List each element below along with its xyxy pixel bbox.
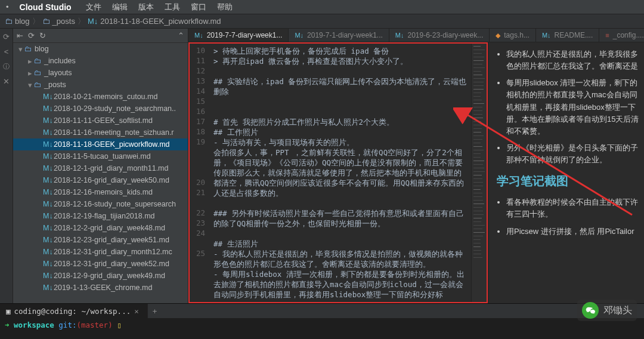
file-row[interactable]: M↓2018-12-16-study_note_supersearch: [13, 198, 188, 210]
tree-label: 2018-12-2-grid_diary_week48.md: [54, 224, 165, 232]
wechat-icon: [582, 302, 599, 319]
twisty-icon: ▾: [26, 81, 33, 90]
file-row[interactable]: M↓2018-12-23-grid_diary_week51.md: [13, 234, 188, 246]
file-row[interactable]: M↓2018-11-16-meeting_note_sizhuan.r: [13, 127, 188, 138]
activity-sync-icon[interactable]: ⟳: [3, 32, 10, 41]
activity-x-icon[interactable]: ✕: [3, 77, 10, 86]
tree-label: 2018-12-23-grid_diary_week51.md: [54, 236, 169, 244]
file-row[interactable]: M↓2018-12-2-grid_diary_week48.md: [13, 222, 188, 234]
code-content[interactable]: > 待晚上回家把手机备份，备份完成后 ipad 备份> 再开启ipad 微云备份…: [210, 44, 471, 302]
file-row[interactable]: M↓2018-12-1-grid_diary_month11.md: [13, 162, 188, 174]
refresh-icon[interactable]: ↻: [39, 31, 46, 40]
folder-row[interactable]: ▸🗀_includes: [13, 55, 188, 67]
tab-label: 2019-6-23-diary-week...: [407, 31, 483, 39]
tab-label: tags.h...: [504, 31, 530, 39]
tab-label: README....: [555, 31, 593, 39]
html-icon: ◆: [496, 32, 500, 39]
editor-tab[interactable]: M↓2019-6-23-diary-week...: [389, 29, 490, 42]
editor-tab[interactable]: M↓2019-7-1-diary-week1...: [289, 29, 389, 42]
hide-sidebar-icon[interactable]: ⇤: [17, 31, 23, 40]
markdown-icon: M↓: [43, 212, 51, 220]
tab-label: 2019-7-1-diary-week1...: [307, 31, 383, 39]
tree-label: _layouts: [44, 69, 72, 77]
markdown-icon: M↓: [43, 140, 51, 149]
terminal-body[interactable]: ➜ workspace git:(master) ▯: [0, 318, 644, 332]
activity-chevron-icon[interactable]: <: [4, 47, 9, 56]
file-row[interactable]: M↓2019-1-13-GEEK_chrome.md: [13, 282, 188, 294]
menu-tools[interactable]: 工具: [165, 2, 180, 13]
editor-tab[interactable]: M↓2019-7-7-diary-week1...: [188, 29, 289, 42]
tab-label: _config....: [613, 31, 644, 39]
md-icon: M↓: [395, 32, 404, 39]
md-icon: M↓: [542, 32, 551, 39]
folder-icon: 🗀: [42, 17, 50, 26]
markdown-icon: M↓: [43, 260, 51, 268]
menu-file[interactable]: 文件: [86, 2, 101, 13]
markdown-icon: M↓: [43, 176, 51, 184]
app-name: Cloud Studio: [20, 2, 72, 12]
twisty-icon: ▸: [26, 69, 33, 78]
folder-row[interactable]: ▾🗀blog: [13, 43, 188, 55]
file-row[interactable]: M↓2018-12-31-grid_diary_month12.mc: [13, 246, 188, 258]
add-terminal-button[interactable]: +: [148, 307, 162, 316]
file-row[interactable]: M↓2018-11-11-GEEK_softlist.md: [13, 115, 188, 127]
menu-help[interactable]: 帮助: [217, 2, 233, 13]
file-row[interactable]: M↓2018-12-9-grid_diary_week49.md: [13, 270, 188, 282]
file-row[interactable]: M↓2018-11-5-tucao_tuanwei.md: [13, 150, 188, 162]
tree-label: 2019-1-13-GEEK_chrome.md: [54, 283, 152, 292]
yml-icon: ≡: [605, 32, 609, 39]
tree-label: blog: [35, 45, 49, 53]
file-row[interactable]: M↓2018-12-16-memoirs_kids.md: [13, 186, 188, 198]
tree-label: 2018-10-29-study_note_searchman..: [54, 104, 176, 113]
folder-icon: 🗀: [5, 17, 13, 26]
editor-tab[interactable]: ◆tags.h...: [490, 29, 536, 42]
tree-label: 2018-12-1-grid_diary_month11.md: [54, 164, 168, 172]
menu-version[interactable]: 版本: [138, 2, 154, 13]
markdown-icon: M↓: [43, 283, 51, 292]
menu-window[interactable]: 窗口: [191, 2, 206, 13]
markdown-icon: M↓: [43, 272, 51, 280]
file-row[interactable]: M↓2018-10-29-study_note_searchman..: [13, 103, 188, 115]
tree-label: 2018-12-16-study_note_supersearch: [54, 200, 176, 208]
markdown-icon: M↓: [43, 224, 51, 232]
close-icon[interactable]: ×: [134, 307, 139, 316]
file-tree[interactable]: ▾🗀blog▸🗀_includes▸🗀_layouts▾🗀_postsM↓201…: [13, 43, 188, 294]
editor-tab[interactable]: ≡_config....: [599, 29, 644, 42]
breadcrumb: 🗀 blog 〉 🗀 _posts 〉 M↓ 2018-11-18-GEEK_p…: [0, 14, 644, 29]
markdown-icon: M↓: [43, 248, 51, 256]
terminal-icon: ▣: [6, 307, 11, 316]
folder-icon: 🗀: [24, 45, 32, 53]
editor[interactable]: 10111213141516171819202122232425 > 待晚上回家…: [188, 42, 488, 303]
folder-row[interactable]: ▸🗀_layouts: [13, 67, 188, 79]
editor-tab[interactable]: M↓README....: [536, 29, 599, 42]
markdown-icon: M↓: [43, 93, 51, 101]
file-row[interactable]: M↓2018-11-18-GEEK_picworkflow.md: [13, 138, 188, 150]
crumb-3[interactable]: 2018-11-18-GEEK_picworkflow.md: [100, 17, 221, 26]
tree-label: 2018-12-31-grid_diary_month12.mc: [54, 248, 172, 256]
crumb-2[interactable]: _posts: [52, 17, 75, 26]
markdown-icon: M↓: [43, 152, 51, 161]
folder-row[interactable]: ▾🗀_posts: [13, 79, 188, 91]
sync-icon[interactable]: ⟳: [28, 31, 35, 40]
markdown-icon: M↓: [43, 200, 51, 208]
folder-icon: 🗀: [33, 69, 42, 77]
markdown-icon: M↓: [43, 188, 51, 196]
gutter: 10111213141516171819202122232425: [190, 44, 210, 302]
terminal-tab[interactable]: ▣ coding@coding: ~/worksp... ×: [0, 304, 148, 318]
minimap[interactable]: [471, 44, 487, 302]
markdown-preview[interactable]: 我的私人照片还是很乱的，毕竟我很多色的照片都汇总在我这了。舍断离还是 每周用sl…: [488, 42, 644, 303]
collapse-icon[interactable]: ⌃: [178, 31, 184, 40]
watermark-text: 邓锄头: [603, 304, 632, 317]
preview-bullet: 每周用slidebox 清理一次相册，剩下的相机拍的照片都直接导入mac会自动同…: [506, 77, 640, 137]
file-row[interactable]: M↓2018-10-21-memoirs_cutou.md: [13, 91, 188, 103]
crumb-1[interactable]: blog: [15, 17, 30, 26]
md-icon: M↓: [194, 32, 203, 39]
terminal-tab-label: coding@coding: ~/worksp...: [14, 307, 131, 316]
file-row[interactable]: M↓2018-12-16-grid_diary_week50.md: [13, 174, 188, 186]
preview-bullet: 另外《时光相册》是今日头条下面的子那种不留神就倒闭了的企业。: [506, 142, 640, 166]
activity-info-icon[interactable]: ⓘ: [3, 62, 10, 71]
markdown-icon: M↓: [88, 17, 98, 26]
menu-edit[interactable]: 编辑: [112, 2, 128, 13]
file-row[interactable]: M↓2018-12-31-grid_diary_week52.md: [13, 258, 188, 270]
file-row[interactable]: M↓2018-12-19-flag_tijian2018.md: [13, 210, 188, 222]
